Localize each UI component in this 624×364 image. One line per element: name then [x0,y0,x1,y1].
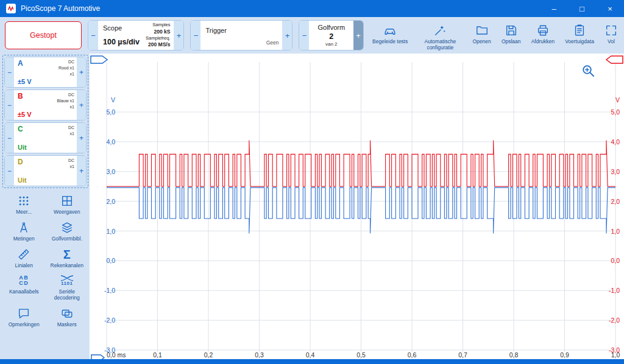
toolbar-button-afdrukken[interactable]: Afdrukken [531,19,555,45]
masks-icon [60,307,74,320]
ruler-icon [17,248,30,261]
toolbar-button-begeleide-tests[interactable]: Begeleide tests [372,19,408,45]
tool-meer[interactable]: Meer... [2,194,46,215]
status-bar [0,359,624,364]
printer-icon [536,23,550,38]
tool-rekenkanalen[interactable]: ΣRekenkanalen [46,248,89,269]
window-title: PicoScope 7 Automotive [21,4,100,13]
scope-display[interactable]: VV5,05,04,04,03,03,02,02,01,01,00,00,0-1… [90,54,624,359]
tool-label: Weergaven [54,209,80,215]
waveform-next-button[interactable]: + [353,21,363,50]
trigger-decrease-button[interactable]: − [191,21,200,50]
scope-panel: − Scope 100 µs/div Samples 200 kS Sample… [88,20,184,51]
comment-icon [17,307,30,320]
tool-maskers[interactable]: Maskers [46,307,89,328]
trigger-increase-button[interactable]: + [282,21,292,50]
tool-golfvormbibl[interactable]: Golfvormbibl. [46,221,89,242]
tool-label: Linialen [15,263,33,269]
channel-c-settings-area[interactable]: CDCx1Uit [14,123,77,153]
zoom-magnifier-icon[interactable] [581,63,597,79]
tool-weergaven[interactable]: Weergaven [46,194,89,215]
tool-label: Opmerkingen [9,322,40,328]
tool-label: Golfvormbibl. [52,236,82,242]
channel-a-range: ±5 V [18,78,32,85]
channel-a-panel: −ADCRood x1x1±5 V+ [4,57,87,88]
waveform-total: van 2 [325,41,338,47]
tool-label: Metingen [13,236,35,242]
channel-d-increase-button[interactable]: + [77,156,86,186]
toolbar-button-opslaan[interactable]: Opslaan [502,19,521,45]
views-icon [60,194,74,208]
channel-d-range: Uit [18,177,27,184]
waveform-current-number: 2 [329,32,333,41]
minimize-button[interactable]: – [540,0,568,17]
toolbar-button-openen[interactable]: Openen [473,19,491,45]
channel-c-decrease-button[interactable]: − [5,123,14,153]
waveform-nav-panel: − Golfvorm 2 van 2 + [299,20,364,51]
waveform-prev-button[interactable]: − [299,21,309,50]
wand-icon [433,23,447,38]
channel-b-decrease-button[interactable]: − [5,90,14,120]
channel-d-decrease-button[interactable]: − [5,156,14,186]
toolbar-button-label: Opslaan [502,39,521,45]
close-button[interactable]: × [596,0,624,17]
samplerate-label: Samplefreq. [146,35,170,41]
titlebar: PicoScope 7 Automotive – □ × [0,0,624,17]
trigger-label: Trigger [205,27,226,34]
maximize-button[interactable]: □ [568,0,596,17]
samples-value: 200 kS [146,29,170,35]
app-window: PicoScope 7 Automotive – □ × Gestopt − S… [0,0,624,364]
stop-button[interactable]: Gestopt [5,21,82,49]
toolbar-button-automatische-configuratie[interactable]: Automatische configuratie [418,19,462,51]
trigger-mode-value[interactable]: Geen [266,40,279,46]
toolbar-button-voertuigdata[interactable]: Voertuigdata [565,19,594,45]
scope-sample-info: Samples 200 kS Samplefreq. 200 MS/s [144,21,174,50]
channel-c-coupling-info: DCx1 [68,125,74,137]
main-toolbar: Gestopt − Scope 100 µs/div Samples 200 k… [0,17,624,54]
channel-c-increase-button[interactable]: + [77,123,86,153]
tool-label: Seriële decodering [48,289,86,301]
grid-dots-icon [18,194,30,208]
car-icon [383,23,397,38]
tool-linialen[interactable]: Linialen [2,248,46,269]
tool-seriele-decodering[interactable]: 1101Seriële decodering [46,274,89,301]
tool-metingen[interactable]: Metingen [2,221,46,242]
channel-b-settings-area[interactable]: BDCBlauw x1x1±5 V [14,90,77,120]
channel-d-settings-area[interactable]: DDCx1Uit [14,156,77,186]
channel-c-range: Uit [18,144,27,151]
labels-icon: ABCD [19,274,29,287]
channel-c-letter: C [18,125,23,133]
toolbar-actions: Begeleide testsAutomatische configuratie… [370,19,622,51]
channel-a-settings-area[interactable]: ADCRood x1x1±5 V [14,57,77,87]
channel-b-axis-handle[interactable] [605,55,623,66]
toolbar-button-label: Openen [473,39,491,45]
caliper-icon [17,221,30,234]
time-axis-handle[interactable] [91,352,105,359]
window-controls: – □ × [540,0,624,17]
channel-a-decrease-button[interactable]: − [5,57,14,87]
channel-a-axis-handle[interactable] [90,55,108,66]
toolbar-button-vol[interactable]: Vol [604,19,618,45]
save-icon [505,23,518,38]
decoding-icon: 1101 [60,274,74,287]
tool-kanaallabels[interactable]: ABCDKanaallabels [2,274,46,301]
channel-c-panel: −CDCx1Uit+ [4,122,87,153]
folder-icon [475,23,489,38]
sigma-icon: Σ [63,248,71,261]
scope-timebase-value[interactable]: 100 µs/div [103,38,140,46]
channel-b-increase-button[interactable]: + [77,90,86,120]
toolbar-button-label: Vol [608,39,615,45]
toolbar-button-label: Begeleide tests [372,39,408,45]
channel-a-increase-button[interactable]: + [77,57,86,87]
channel-a-letter: A [18,59,23,68]
sidebar: −ADCRood x1x1±5 V+−BDCBlauw x1x1±5 V+−CD… [0,54,90,359]
toolbar-button-label: Voertuigdata [565,39,594,45]
scope-decrease-button[interactable]: − [88,21,98,50]
library-icon [60,221,74,234]
tool-label: Maskers [57,322,77,328]
tool-opmerkingen[interactable]: Opmerkingen [2,307,46,328]
scope-increase-button[interactable]: + [174,21,183,50]
tool-label: Meer... [16,209,32,215]
waveform-nav-label: Golfvorm [317,24,345,31]
trigger-panel: − Trigger Geen + [190,20,292,51]
